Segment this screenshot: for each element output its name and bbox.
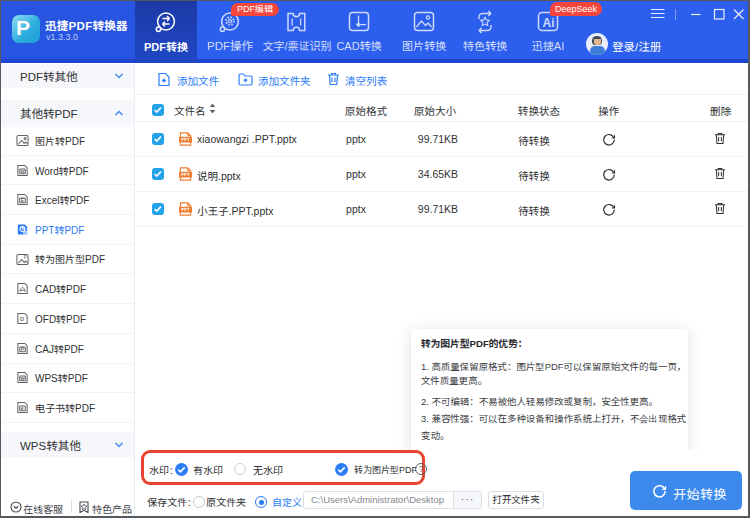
svg-text:PPT: PPT (181, 207, 190, 212)
svg-text:e: e (21, 405, 24, 411)
svg-text:P: P (24, 255, 27, 260)
svg-text:w: w (20, 168, 25, 174)
svg-text:P: P (21, 346, 25, 352)
svg-text:PPT: PPT (181, 172, 190, 177)
svg-text:PPT: PPT (181, 137, 190, 142)
svg-text:O: O (20, 316, 24, 322)
svg-text:Ai: Ai (543, 16, 555, 30)
svg-text:w: w (20, 375, 25, 381)
svg-text:E: E (21, 197, 25, 203)
